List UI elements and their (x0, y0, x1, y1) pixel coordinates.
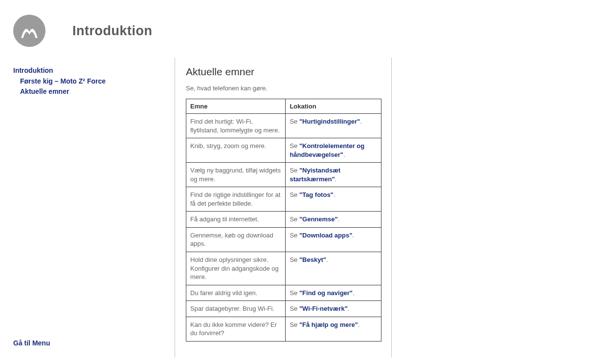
period: . (352, 232, 354, 239)
table-row: Vælg ny baggrund, tilføj widgets og mere… (186, 163, 381, 187)
see-prefix: Se (290, 305, 299, 312)
table-cell-lokation: Se "Gennemse". (286, 212, 381, 228)
table-cell-lokation: Se "Hurtigindstillinger". (286, 114, 381, 138)
topic-link[interactable]: "Beskyt" (299, 256, 326, 263)
table-cell-lokation: Se "Find og naviger". (286, 285, 381, 301)
topic-link[interactable]: "Få hjælp og mere" (299, 321, 358, 328)
see-prefix: Se (290, 191, 299, 198)
table-cell-emne: Find de rigtige indstillinger for at få … (186, 187, 286, 212)
topic-link[interactable]: "Download apps" (299, 232, 352, 239)
period: . (348, 305, 350, 312)
table-cell-emne: Gennemse, køb og download apps. (186, 227, 286, 252)
content-title: Aktuelle emner (186, 66, 381, 78)
table-cell-lokation: Se "Kontrolelementer og håndbevægelser". (286, 138, 381, 163)
table-row: Du farer aldrig vild igen.Se "Find og na… (186, 285, 381, 301)
table-header-lokation: Lokation (286, 99, 381, 114)
see-prefix: Se (290, 118, 299, 125)
sidebar-item-aktuelle-emner[interactable]: Aktuelle emner (13, 87, 165, 97)
table-cell-lokation: Se "Få hjælp og mere". (286, 317, 381, 341)
topic-link[interactable]: "Gennemse" (299, 215, 338, 223)
table-cell-emne: Kan du ikke komme videre? Er du forvirre… (186, 317, 286, 341)
see-prefix: Se (290, 256, 299, 263)
table-row: Knib, stryg, zoom og mere.Se "Kontrolele… (186, 138, 381, 163)
page-title: Introduktion (72, 23, 152, 39)
table-cell-lokation: Se "Download apps". (286, 227, 381, 252)
table-cell-emne: Spar datagebyrer. Brug Wi-Fi. (186, 301, 286, 317)
table-cell-lokation: Se "Wi-Fi-netværk". (286, 301, 381, 317)
table-cell-emne: Hold dine oplysninger sikre. Konfigurer … (186, 252, 286, 285)
see-prefix: Se (290, 142, 299, 150)
topic-link[interactable]: "Kontrolelementer og håndbevægelser" (290, 142, 364, 158)
content: Aktuelle emner Se, hvad telefonen kan gø… (186, 66, 381, 342)
table-cell-lokation: Se "Tag fotos". (286, 187, 381, 212)
table-cell-emne: Få adgang til internettet. (186, 212, 286, 228)
sidebar: Introduktion Første kig – Moto Z² Force … (13, 66, 165, 98)
content-subtitle: Se, hvad telefonen kan gøre. (186, 85, 381, 92)
table-row: Kan du ikke komme videre? Er du forvirre… (186, 317, 381, 341)
table-cell-emne: Knib, stryg, zoom og mere. (186, 138, 286, 163)
table-cell-emne: Find det hurtigt: Wi-Fi, flytilstand, lo… (186, 114, 286, 138)
table-cell-emne: Vælg ny baggrund, tilføj widgets og mere… (186, 163, 286, 187)
topic-link[interactable]: "Hurtigindstillinger" (299, 118, 360, 125)
table-row: Hold dine oplysninger sikre. Konfigurer … (186, 252, 381, 285)
period: . (360, 118, 362, 125)
see-prefix: Se (290, 167, 299, 174)
divider-right (391, 58, 392, 357)
see-prefix: Se (290, 289, 299, 297)
table-row: Gennemse, køb og download apps.Se "Downl… (186, 227, 381, 252)
divider-left (175, 58, 175, 357)
header: Introduktion (13, 15, 152, 47)
period: . (334, 191, 336, 198)
sidebar-item-forste-kig[interactable]: Første kig – Moto Z² Force (13, 77, 165, 86)
table-cell-emne: Du farer aldrig vild igen. (186, 285, 286, 301)
topic-link[interactable]: "Tag fotos" (299, 191, 334, 198)
see-prefix: Se (290, 321, 299, 328)
see-prefix: Se (290, 232, 299, 239)
table-row: Spar datagebyrer. Brug Wi-Fi.Se "Wi-Fi-n… (186, 301, 381, 317)
sidebar-item-introduktion[interactable]: Introduktion (13, 66, 165, 76)
period: . (358, 321, 360, 328)
period: . (353, 289, 355, 297)
topics-table: Emne Lokation Find det hurtigt: Wi-Fi, f… (186, 99, 381, 342)
topic-link[interactable]: "Find og naviger" (299, 289, 353, 297)
table-header-emne: Emne (186, 99, 286, 114)
topic-link[interactable]: "Wi-Fi-netværk" (299, 305, 348, 312)
period: . (343, 151, 345, 158)
table-header-row: Emne Lokation (186, 99, 381, 114)
table-row: Find de rigtige indstillinger for at få … (186, 187, 381, 212)
sidebar-nav: Introduktion Første kig – Moto Z² Force … (13, 66, 165, 97)
table-cell-lokation: Se "Nyistandsæt startskærmen". (286, 163, 381, 187)
period: . (338, 215, 340, 223)
motorola-logo-icon (13, 15, 45, 47)
table-cell-lokation: Se "Beskyt". (286, 252, 381, 285)
table-row: Find det hurtigt: Wi-Fi, flytilstand, lo… (186, 114, 381, 138)
table-row: Få adgang til internettet.Se "Gennemse". (186, 212, 381, 228)
see-prefix: Se (290, 215, 299, 223)
menu-link[interactable]: Gå til Menu (13, 339, 50, 347)
period: . (326, 256, 328, 263)
period: . (335, 175, 337, 183)
